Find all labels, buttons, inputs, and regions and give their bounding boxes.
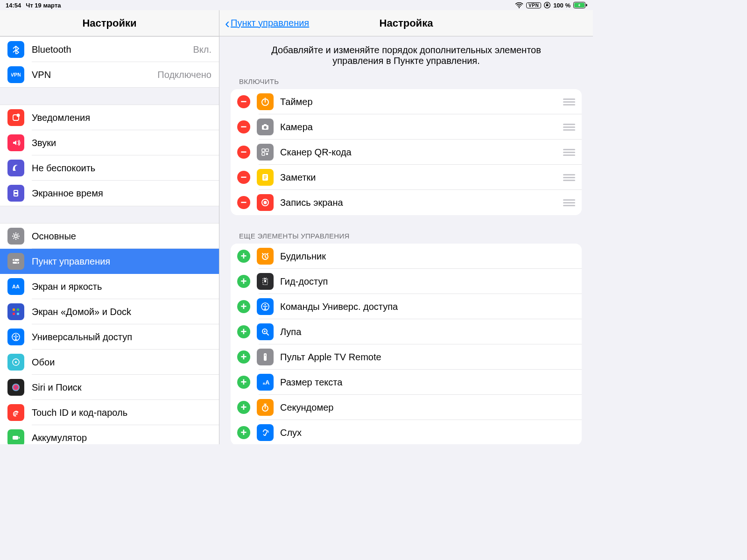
sidebar-item-label: Touch ID и код-пароль	[32, 407, 211, 418]
add-button[interactable]: +	[237, 275, 250, 288]
sounds-icon	[7, 134, 24, 151]
guided-icon	[257, 273, 274, 290]
remove-button[interactable]: −	[237, 171, 250, 184]
remove-button[interactable]: −	[237, 95, 250, 108]
sidebar-item-label: Пункт управления	[32, 256, 211, 267]
control-row-record: −Запись экрана	[231, 190, 582, 215]
control-label: Гид-доступ	[280, 276, 575, 287]
svg-point-14	[17, 262, 18, 264]
detail-header: ‹ Пункт управления Настройка	[219, 10, 593, 36]
access-icon	[257, 298, 274, 315]
control-label: Запись экрана	[280, 197, 559, 208]
drag-handle-icon[interactable]	[563, 199, 575, 206]
drag-handle-icon[interactable]	[563, 98, 575, 105]
control-row-qr: −Сканер QR-кода	[231, 140, 582, 165]
svg-rect-3	[586, 4, 587, 7]
svg-point-24	[12, 384, 20, 391]
hint-text: Добавляйте и изменяйте порядок дополните…	[231, 36, 582, 77]
record-icon	[257, 194, 274, 211]
section-include-title: ВКЛЮЧИТЬ	[239, 77, 582, 85]
control-label: Таймер	[280, 97, 559, 107]
sidebar-item-label: Экран «Домой» и Dock	[32, 307, 211, 317]
control-label: Секундомер	[280, 402, 575, 413]
sidebar-item-battery[interactable]: Аккумулятор	[0, 425, 219, 444]
sidebar-item-notif[interactable]: Уведомления	[0, 105, 219, 130]
control-row-magnifier: +Лупа	[231, 319, 582, 344]
add-button[interactable]: +	[237, 376, 250, 389]
svg-rect-44	[264, 353, 267, 361]
drag-handle-icon[interactable]	[563, 149, 575, 156]
vpn-badge: VPN	[526, 2, 541, 8]
svg-point-45	[265, 355, 266, 356]
sidebar-item-gear[interactable]: Основные	[0, 224, 219, 249]
sidebar: Настройки BluetoothВкл.VPNVPNПодключеноУ…	[0, 10, 219, 444]
drag-handle-icon[interactable]	[563, 174, 575, 181]
control-row-camera: −Камера	[231, 114, 582, 140]
svg-rect-18	[13, 313, 15, 315]
add-button[interactable]: +	[237, 401, 250, 414]
svg-point-12	[14, 259, 15, 261]
qr-icon	[257, 144, 274, 161]
sidebar-item-cc[interactable]: Пункт управления	[0, 249, 219, 274]
back-button[interactable]: ‹ Пункт управления	[225, 16, 309, 30]
svg-rect-11	[13, 259, 19, 261]
more-card: +Будильник+Гид-доступ+Команды Универс. д…	[231, 244, 582, 444]
sidebar-item-siri[interactable]: Siri и Поиск	[0, 375, 219, 400]
svg-point-29	[264, 126, 267, 129]
svg-point-42	[264, 304, 266, 305]
svg-rect-16	[13, 308, 15, 311]
control-row-guided: +Гид-доступ	[231, 269, 582, 294]
sidebar-item-wallpaper[interactable]: Обои	[0, 350, 219, 375]
control-row-hearing: +Слух	[231, 420, 582, 444]
control-row-remote: +Пульт Apple TV Remote	[231, 344, 582, 370]
svg-rect-31	[262, 149, 265, 152]
control-label: Лупа	[280, 327, 575, 337]
gear-icon	[7, 228, 24, 245]
notes-icon	[257, 169, 274, 186]
sidebar-item-value: Вкл.	[193, 44, 211, 55]
add-button[interactable]: +	[237, 250, 250, 263]
included-card: −Таймер−Камера−Сканер QR-кода−Заметки−За…	[231, 89, 582, 215]
sidebar-item-home[interactable]: Экран «Домой» и Dock	[0, 299, 219, 324]
sidebar-item-sounds[interactable]: Звуки	[0, 130, 219, 155]
sidebar-item-dnd[interactable]: Не беспокоить	[0, 155, 219, 181]
add-button[interactable]: +	[237, 350, 250, 364]
sidebar-item-label: Основные	[32, 231, 211, 242]
drag-handle-icon[interactable]	[563, 124, 575, 131]
svg-rect-19	[17, 313, 19, 315]
svg-point-23	[15, 361, 17, 363]
sidebar-item-label: Обои	[32, 357, 211, 368]
camera-icon	[257, 119, 274, 135]
chevron-left-icon: ‹	[225, 16, 230, 30]
svg-rect-13	[13, 262, 19, 264]
remove-button[interactable]: −	[237, 120, 250, 133]
sidebar-item-value: Подключено	[157, 70, 211, 80]
sidebar-item-label: Siri и Поиск	[32, 382, 211, 393]
svg-rect-40	[264, 280, 266, 282]
sidebar-item-label: Универсальный доступ	[32, 332, 211, 343]
sidebar-item-access[interactable]: Универсальный доступ	[0, 324, 219, 350]
sidebar-item-screentime[interactable]: Экранное время	[0, 181, 219, 206]
remove-button[interactable]: −	[237, 196, 250, 209]
wallpaper-icon	[7, 354, 24, 371]
sidebar-item-label: Экранное время	[32, 188, 211, 199]
battery-icon	[573, 2, 587, 8]
control-row-notes: −Заметки	[231, 165, 582, 190]
sidebar-item-bluetooth[interactable]: BluetoothВкл.	[0, 37, 219, 62]
remove-button[interactable]: −	[237, 146, 250, 159]
bluetooth-icon	[7, 41, 24, 58]
svg-rect-25	[13, 436, 18, 440]
wifi-icon	[515, 2, 523, 8]
sidebar-item-display[interactable]: AAЭкран и яркость	[0, 274, 219, 299]
add-button[interactable]: +	[237, 300, 250, 313]
svg-point-10	[14, 235, 17, 238]
battery-icon	[7, 429, 24, 444]
add-button[interactable]: +	[237, 325, 250, 338]
sidebar-item-vpn[interactable]: VPNVPNПодключено	[0, 62, 219, 87]
sidebar-item-touchid[interactable]: Touch ID и код-пароль	[0, 400, 219, 425]
dnd-icon	[7, 160, 24, 176]
detail-title: Настройка	[380, 17, 433, 29]
add-button[interactable]: +	[237, 426, 250, 439]
status-date: Чт 19 марта	[26, 2, 61, 9]
control-label: Пульт Apple TV Remote	[280, 352, 575, 363]
